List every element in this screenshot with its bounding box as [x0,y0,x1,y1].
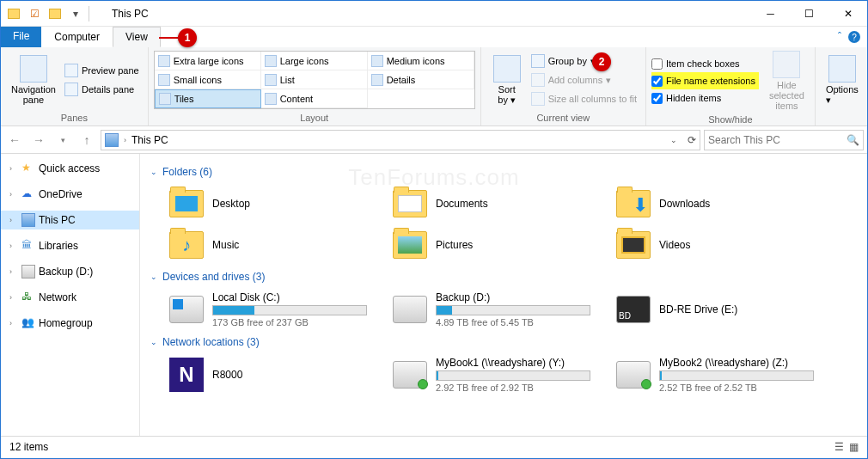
ribbon-group-current-view: Sort by ▾ Group by ▾ Add columns ▾ Size … [481,47,646,125]
new-folder-icon[interactable] [46,4,64,23]
folder-videos[interactable]: Videos [611,224,834,266]
close-button[interactable]: ✕ [828,1,867,26]
folder-desktop[interactable]: Desktop [164,183,388,224]
navigation-pane-button[interactable]: Navigation pane [6,49,61,111]
content-pane: ⌄Folders (6) Desktop Documents ⬇Download… [140,154,867,436]
netloc-mybook1[interactable]: MyBook1 (\\readyshare) (Y:)2.92 TB free … [388,353,611,396]
forward-button[interactable]: → [28,130,49,150]
nav-network[interactable]: ›🖧Network [1,288,139,307]
layout-medium[interactable]: Medium icons [368,52,474,70]
minimize-button[interactable]: ─ [751,1,790,26]
collapse-ribbon-icon[interactable]: ˆ [838,31,841,43]
title-bar: ☑ ▾ This PC ─ ☐ ✕ [1,1,867,27]
path-box[interactable]: › This PC ⌄ ⟳ [101,130,700,150]
folder-documents[interactable]: Documents [388,183,611,224]
maximize-button[interactable]: ☐ [790,1,828,26]
navigation-pane: ›★Quick access ›☁OneDrive ›This PC ›🏛Lib… [1,154,140,436]
status-bar: 12 items ☰ ▦ [1,436,867,456]
hidden-items-checkbox[interactable]: Hidden items [651,89,759,107]
ribbon: Navigation pane Preview pane Details pan… [1,47,867,126]
layout-large[interactable]: Large icons [261,52,368,70]
up-button[interactable]: ↑ [76,130,97,150]
chevron-down-icon[interactable]: ⌄ [670,136,677,144]
nav-homegroup[interactable]: ›👥Homegroup [1,314,139,333]
nav-onedrive[interactable]: ›☁OneDrive [1,185,139,204]
add-columns-button[interactable]: Add columns ▾ [528,70,640,89]
tab-computer[interactable]: Computer [41,27,113,47]
breadcrumb[interactable]: This PC [131,134,168,146]
ribbon-group-options: Options▾ [816,47,868,125]
qat-dropdown-icon[interactable]: ▾ [66,4,85,23]
window-title: This PC [112,8,149,20]
properties-icon[interactable]: ☑ [25,4,44,23]
drive-local-c[interactable]: Local Disk (C:)173 GB free of 237 GB [164,288,388,331]
hide-selected-button[interactable]: Hide selected items [764,49,810,113]
section-drives[interactable]: ⌄Devices and drives (3) [150,271,857,283]
preview-pane-button[interactable]: Preview pane [61,61,143,80]
layout-tiles[interactable]: Tiles [155,89,261,108]
options-button[interactable]: Options▾ [821,49,864,111]
size-columns-button[interactable]: Size all columns to fit [528,89,640,108]
refresh-icon[interactable]: ⟳ [688,134,696,146]
pc-icon [105,133,119,147]
drive-backup-d[interactable]: Backup (D:)4.89 TB free of 5.45 TB [388,288,611,331]
status-text: 12 items [9,441,48,453]
folder-pictures[interactable]: Pictures [388,224,611,266]
netloc-mybook2[interactable]: MyBook2 (\\readyshare) (Z:)2.52 TB free … [611,353,834,396]
layout-details[interactable]: Details [368,70,474,89]
recent-locations-button[interactable]: ▾ [52,130,73,150]
ribbon-group-show-hide: Item check boxes File name extensions Hi… [646,47,816,125]
breadcrumb-separator[interactable]: › [124,136,126,144]
callout-2: 2 [592,52,611,71]
back-button[interactable]: ← [4,130,25,150]
drive-bdre-e[interactable]: BD BD-RE Drive (E:) [611,288,834,331]
ribbon-group-panes: Navigation pane Preview pane Details pan… [1,47,149,125]
item-check-boxes-checkbox[interactable]: Item check boxes [651,55,759,72]
nav-quick-access[interactable]: ›★Quick access [1,159,139,178]
tab-file[interactable]: File [1,27,41,47]
section-network-locations[interactable]: ⌄Network locations (3) [150,336,857,348]
address-bar: ← → ▾ ↑ › This PC ⌄ ⟳ Search This PC 🔍 [1,126,867,154]
callout-1: 1 [178,28,197,47]
folder-downloads[interactable]: ⬇Downloads [611,183,834,224]
sort-by-button[interactable]: Sort by ▾ [486,49,528,111]
ribbon-tabs: File Computer View ˆ ? [1,27,867,47]
file-name-extensions-checkbox[interactable]: File name extensions [651,72,759,89]
section-folders[interactable]: ⌄Folders (6) [150,166,857,178]
layout-extra-large[interactable]: Extra large icons [155,52,261,70]
tab-view[interactable]: View [113,27,161,47]
nav-this-pc[interactable]: ›This PC [1,211,139,230]
tiles-view-icon[interactable]: ▦ [849,441,859,453]
details-pane-button[interactable]: Details pane [61,80,143,99]
layout-small[interactable]: Small icons [155,70,261,89]
group-by-button[interactable]: Group by ▾ [528,52,640,70]
layout-content[interactable]: Content [261,89,368,108]
details-view-icon[interactable]: ☰ [834,441,844,453]
layout-list[interactable]: List [261,70,368,89]
nav-backup[interactable]: ›Backup (D:) [1,262,139,281]
search-icon: 🔍 [847,134,859,146]
nav-libraries[interactable]: ›🏛Libraries [1,236,139,255]
ribbon-group-layout: Extra large icons Large icons Medium ico… [149,47,481,125]
help-icon[interactable]: ? [848,31,860,43]
search-input[interactable]: Search This PC 🔍 [704,130,864,150]
folder-music[interactable]: ♪Music [164,224,388,266]
netloc-r8000[interactable]: N R8000 [164,353,388,396]
folder-icon [4,4,23,23]
